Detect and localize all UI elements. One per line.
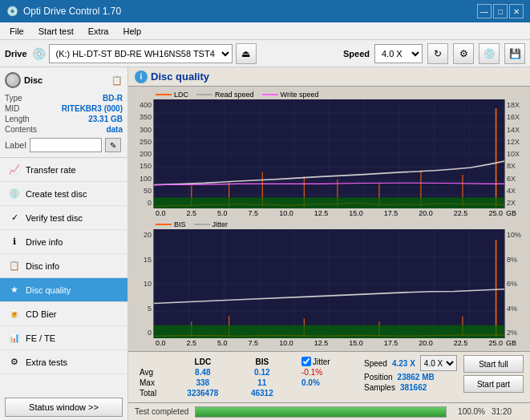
speed-value: 4.23 X xyxy=(392,359,415,368)
jitter-checkbox[interactable] xyxy=(301,357,311,366)
app-title: Opti Drive Control 1.70 xyxy=(23,6,121,17)
status-window-button[interactable]: Status window >> xyxy=(5,398,123,417)
legend-bis: BIS xyxy=(156,220,186,228)
progress-label: Test completed xyxy=(135,407,188,416)
total-ldc: 3236478 xyxy=(170,389,236,398)
start-part-button[interactable]: Start part xyxy=(463,375,524,393)
samples-label: Samples xyxy=(364,383,395,392)
max-bis: 11 xyxy=(237,378,287,387)
disc-label-input[interactable] xyxy=(30,138,102,152)
fe-te-icon: 📊 xyxy=(8,332,21,345)
sidebar-item-extra-tests[interactable]: ⚙ Extra tests xyxy=(0,350,127,374)
total-bis: 46312 xyxy=(237,389,287,398)
close-button[interactable]: ✕ xyxy=(509,4,524,18)
disc-quality-label: Disc quality xyxy=(26,285,71,295)
charts-area: LDC Read speed Write speed 400 xyxy=(128,87,530,351)
speed-row: Speed 4.23 X 4.0 X xyxy=(364,355,460,371)
stats-area: LDC BIS Jitter xyxy=(128,351,530,402)
create-test-disc-label: Create test disc xyxy=(26,189,87,199)
chart1-body: 400 350 300 250 200 150 100 50 0 xyxy=(131,99,527,208)
ldc-header: LDC xyxy=(170,357,236,366)
drive-select[interactable]: (K:) HL-DT-ST BD-RE WH16NS58 TST4 xyxy=(49,44,233,63)
write-legend-line xyxy=(262,94,278,95)
sidebar-item-disc-quality[interactable]: ★ Disc quality xyxy=(0,278,127,302)
speed-select[interactable]: 4.0 X xyxy=(374,44,423,63)
disc-info-icon: 📋 xyxy=(8,260,21,273)
disc-length-label: Length xyxy=(5,115,30,123)
avg-ldc: 8.48 xyxy=(170,368,236,377)
sidebar-item-cd-bier[interactable]: 🍺 CD Bier xyxy=(0,302,127,326)
svg-rect-27 xyxy=(154,197,504,208)
drive-icon: 💿 xyxy=(32,47,46,60)
speed-display-select[interactable]: 4.0 X xyxy=(420,355,457,371)
menu-starttest[interactable]: Start test xyxy=(32,22,80,39)
total-row: Total 3236478 46312 xyxy=(136,389,359,398)
chart2-yaxis-right: 10% 8% 6% 4% 2% xyxy=(504,229,527,338)
disc-label-edit-button[interactable]: ✎ xyxy=(105,138,121,152)
disc-button[interactable]: 💿 xyxy=(479,43,500,64)
eject-button[interactable]: ⏏ xyxy=(236,43,257,64)
drive-info-label: Drive info xyxy=(26,237,63,247)
toolbar-drive: 💿 (K:) HL-DT-ST BD-RE WH16NS58 TST4 ⏏ xyxy=(32,43,332,64)
progress-time: 31:20 xyxy=(492,407,524,416)
content-area: i Disc quality LDC Read speed xyxy=(128,67,530,420)
chart-header-icon: i xyxy=(135,71,148,83)
disc-mid-value: RITEKBR3 (000) xyxy=(62,104,123,113)
chart2-body: 20 15 10 5 0 xyxy=(131,229,527,338)
disc-mid-label: MID xyxy=(5,104,19,113)
read-legend-line xyxy=(196,94,212,95)
extra-tests-icon: ⚙ xyxy=(8,356,21,369)
drive-label: Drive xyxy=(5,49,27,59)
disc-type-value: BD-R xyxy=(103,94,123,103)
chart2-yaxis-left: 20 15 10 5 0 xyxy=(131,229,154,338)
stats-main-row: LDC BIS Jitter xyxy=(135,355,524,399)
settings-button[interactable]: ⚙ xyxy=(453,43,474,64)
chart1-container: LDC Read speed Write speed 400 xyxy=(131,90,527,218)
legend-write: Write speed xyxy=(262,91,319,99)
minimize-button[interactable]: — xyxy=(477,4,492,18)
menu-file[interactable]: File xyxy=(3,22,30,39)
read-legend-label: Read speed xyxy=(215,91,254,99)
main-area: Disc 📋 Type BD-R MID RITEKBR3 (000) Leng… xyxy=(0,67,530,420)
chart-title: Disc quality xyxy=(151,71,209,83)
sidebar-item-verify-test-disc[interactable]: ✓ Verify test disc xyxy=(0,206,127,230)
disc-label-label: Label xyxy=(5,140,26,150)
legend-jitter: Jitter xyxy=(194,220,229,228)
menu-help[interactable]: Help xyxy=(116,22,148,39)
refresh-button[interactable]: ↻ xyxy=(427,43,448,64)
toolbar: Drive 💿 (K:) HL-DT-ST BD-RE WH16NS58 TST… xyxy=(0,40,530,67)
chart1-xaxis-row: 0.0 2.5 5.0 7.5 10.0 12.5 15.0 17.5 20.0… xyxy=(131,208,527,218)
disc-contents-label: Contents xyxy=(5,125,37,134)
chart1-yaxis-left: 400 350 300 250 200 150 100 50 0 xyxy=(131,99,154,208)
sidebar-item-disc-info[interactable]: 📋 Disc info xyxy=(0,254,127,278)
app-icon: 💿 xyxy=(6,6,18,17)
jitter-checkbox-row: Jitter xyxy=(301,357,356,366)
jitter-check-label: Jitter xyxy=(313,357,330,366)
progress-pct: 100.0% xyxy=(453,407,485,416)
sidebar-item-transfer-rate[interactable]: 📈 Transfer rate xyxy=(0,158,127,182)
stats-speed-section: Speed 4.23 X 4.0 X Position 23862 MB Sam… xyxy=(364,355,460,399)
sidebar-item-drive-info[interactable]: ℹ Drive info xyxy=(0,230,127,254)
disc-contents-row: Contents data xyxy=(5,124,123,135)
bis-legend-label: BIS xyxy=(174,220,186,228)
write-legend-label: Write speed xyxy=(281,91,319,99)
menubar: File Start test Extra Help xyxy=(0,22,530,40)
chart1-xaxis: 0.0 2.5 5.0 7.5 10.0 12.5 15.0 17.5 20.0… xyxy=(154,208,504,218)
save-button[interactable]: 💾 xyxy=(504,43,525,64)
maximize-button[interactable]: □ xyxy=(493,4,508,18)
disc-details-btn[interactable]: 📋 xyxy=(111,75,123,86)
position-label: Position xyxy=(364,373,393,382)
avg-jitter: -0.1% xyxy=(298,368,359,377)
stats-table: LDC BIS Jitter xyxy=(135,355,361,399)
position-row: Position 23862 MB xyxy=(364,373,460,382)
total-label: Total xyxy=(136,389,168,398)
sidebar-item-fe-te[interactable]: 📊 FE / TE xyxy=(0,326,127,350)
disc-section: Disc 📋 Type BD-R MID RITEKBR3 (000) Leng… xyxy=(0,67,127,158)
disc-icon xyxy=(5,72,21,88)
cd-bier-icon: 🍺 xyxy=(8,308,21,321)
max-ldc: 338 xyxy=(170,378,236,387)
menu-extra[interactable]: Extra xyxy=(82,22,115,39)
samples-row: Samples 381662 xyxy=(364,383,460,392)
start-full-button[interactable]: Start full xyxy=(463,355,524,373)
sidebar-item-create-test-disc[interactable]: 💿 Create test disc xyxy=(0,182,127,206)
